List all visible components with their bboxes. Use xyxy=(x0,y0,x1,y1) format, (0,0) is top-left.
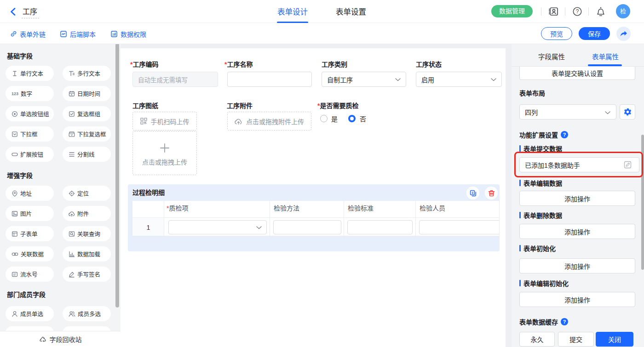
svg-text:?: ? xyxy=(576,8,579,15)
